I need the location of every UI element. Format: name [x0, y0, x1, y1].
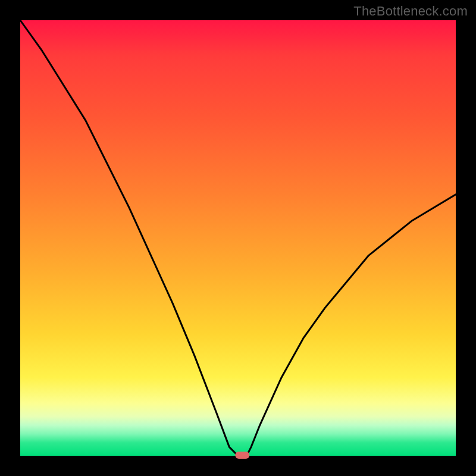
chart-frame: TheBottleneck.com — [0, 0, 476, 476]
optimum-marker — [235, 452, 249, 459]
plot-area — [20, 20, 456, 456]
attribution-watermark: TheBottleneck.com — [353, 4, 468, 19]
bottleneck-curve — [20, 20, 456, 456]
